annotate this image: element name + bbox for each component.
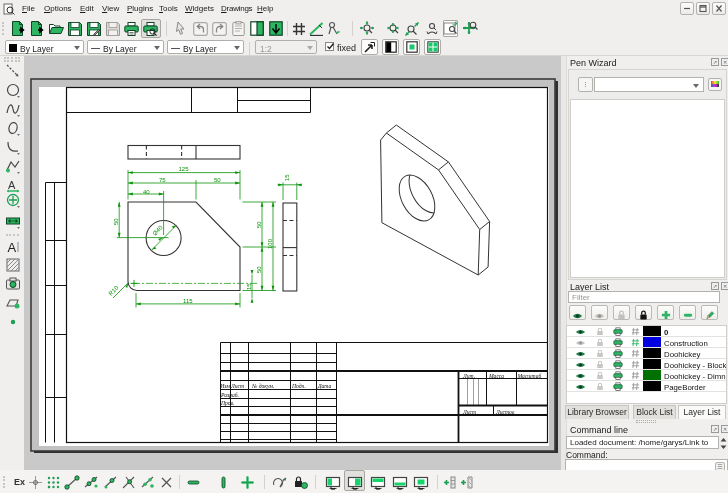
svg-text:Лист: Лист (462, 409, 476, 415)
svg-text:15: 15 (284, 174, 290, 181)
svg-text:50: 50 (256, 221, 262, 228)
svg-text:№ докум.: № докум. (251, 383, 274, 389)
svg-text:Изм: Изм (219, 383, 230, 389)
svg-text:50: 50 (256, 266, 262, 273)
svg-text:A: A (8, 240, 17, 255)
svg-text:Дата: Дата (317, 383, 331, 389)
svg-text:115: 115 (183, 298, 193, 304)
svg-text:100: 100 (267, 238, 273, 249)
svg-text:125: 125 (179, 166, 190, 172)
svg-text:50: 50 (113, 218, 119, 225)
svg-text:Пров.: Пров. (220, 400, 234, 406)
svg-text:Разраб.: Разраб. (220, 392, 239, 398)
svg-text:Масса: Масса (488, 373, 504, 379)
svg-text:Масштаб: Масштаб (517, 373, 542, 379)
svg-text:Листов: Листов (495, 409, 515, 415)
svg-text:A: A (8, 179, 16, 191)
svg-text:15: 15 (246, 283, 252, 290)
svg-text:40: 40 (143, 189, 150, 195)
svg-text:Подп.: Подп. (291, 383, 306, 389)
svg-text:Лист: Лист (230, 383, 244, 389)
svg-text:50: 50 (214, 177, 221, 183)
svg-text:75: 75 (159, 177, 166, 183)
svg-text:Лит.: Лит. (462, 373, 475, 379)
